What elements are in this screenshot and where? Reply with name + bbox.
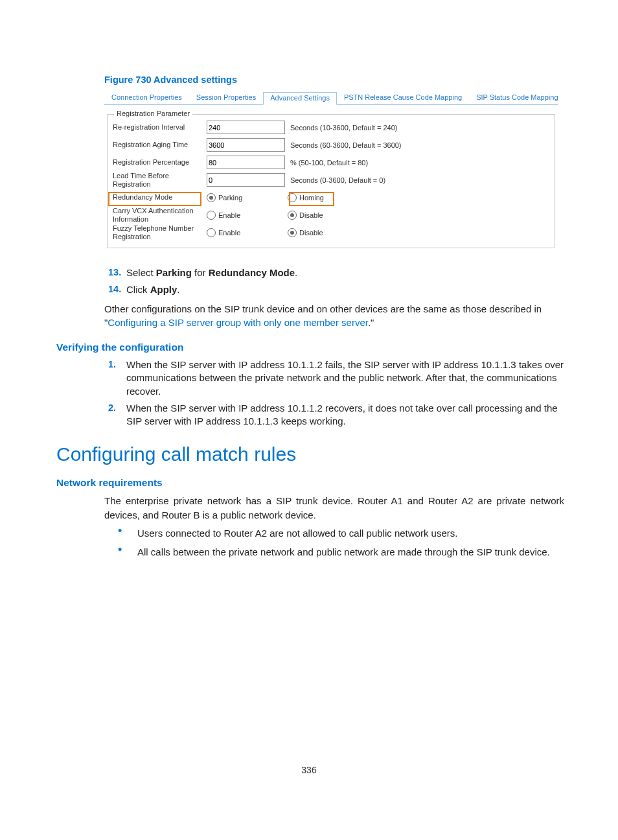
- bullet-text: Users connected to Router A2 are not all…: [137, 526, 457, 540]
- label-rereg-interval: Re-registration Interval: [113, 123, 207, 131]
- tab-connection-properties[interactable]: Connection Properties: [104, 91, 189, 104]
- step-number: 13.: [108, 266, 126, 279]
- tab-session-properties[interactable]: Session Properties: [189, 91, 263, 104]
- paragraph: Other configurations on the SIP trunk de…: [104, 302, 564, 331]
- text-bold: Redundancy Mode: [209, 267, 295, 278]
- radio-label-homing: Homing: [299, 194, 324, 202]
- step-text: Select Parking for Redundancy Mode.: [126, 266, 297, 279]
- text: Select: [126, 267, 156, 278]
- figure-caption: Figure 730 Advanced settings: [104, 75, 564, 85]
- paragraph: The enterprise private network has a SIP…: [104, 494, 564, 522]
- radio-dot-icon: [207, 193, 216, 202]
- text: .": [368, 317, 374, 328]
- registration-parameter-fieldset: Registration Parameter Re-registration I…: [107, 114, 555, 248]
- tab-pstn-mapping[interactable]: PSTN Release Cause Code Mapping: [337, 91, 469, 104]
- heading-config-call-match: Configuring call match rules: [56, 443, 564, 465]
- radio-circle-icon: [207, 228, 216, 237]
- input-lead-time[interactable]: [207, 173, 285, 187]
- label-carry-vcx: Carry VCX Authentication Information: [113, 207, 207, 222]
- tab-advanced-settings[interactable]: Advanced Settings: [263, 92, 337, 105]
- step-number: 1.: [108, 358, 126, 398]
- radio-homing[interactable]: Homing: [288, 193, 324, 202]
- advanced-settings-panel: Connection Properties Session Properties…: [104, 91, 558, 248]
- input-rereg-interval[interactable]: [207, 121, 285, 134]
- hint-reg-percentage: % (50-100, Default = 80): [290, 159, 368, 167]
- text-bold: Parking: [156, 267, 192, 278]
- step-text: When the SIP server with IP address 10.1…: [126, 358, 564, 398]
- radio-vcx-disable[interactable]: Disable: [288, 211, 323, 220]
- radio-label-enable: Enable: [218, 211, 240, 219]
- step-text: Click Apply.: [126, 283, 180, 296]
- hint-rereg-interval: Seconds (10-3600, Default = 240): [290, 124, 397, 132]
- radio-fuzzy-disable[interactable]: Disable: [288, 228, 323, 237]
- label-redundancy-mode: Redundancy Mode: [113, 193, 207, 201]
- label-fuzzy-reg: Fuzzy Telephone Number Registration: [113, 224, 207, 240]
- text: Click: [126, 284, 150, 295]
- text: for: [192, 267, 209, 278]
- input-reg-percentage[interactable]: [207, 156, 285, 169]
- radio-fuzzy-enable[interactable]: Enable: [207, 228, 240, 237]
- bullet-icon: •: [118, 526, 137, 540]
- radio-label-disable: Disable: [299, 211, 323, 219]
- label-aging-time: Registration Aging Time: [113, 141, 207, 148]
- tab-sip-status-mapping[interactable]: SIP Status Code Mapping: [469, 91, 565, 104]
- label-lead-time: Lead Time Before Registration: [113, 172, 207, 187]
- radio-dot-icon: [288, 211, 297, 220]
- text: .: [177, 284, 179, 295]
- input-aging-time[interactable]: [207, 138, 285, 152]
- step-text: When the SIP server with IP address 10.1…: [126, 402, 564, 428]
- tab-bar: Connection Properties Session Properties…: [104, 91, 558, 105]
- bullet-icon: •: [118, 545, 137, 559]
- step-number: 14.: [108, 283, 126, 296]
- radio-circle-icon: [288, 193, 297, 202]
- bullet-text: All calls between the private network an…: [137, 545, 550, 559]
- fieldset-legend: Registration Parameter: [114, 110, 192, 117]
- hint-aging-time: Seconds (60-3600, Default = 3600): [290, 141, 402, 149]
- radio-label-disable: Disable: [299, 229, 323, 237]
- radio-dot-icon: [288, 228, 297, 237]
- heading-network-requirements: Network requirements: [56, 477, 564, 489]
- radio-label-enable: Enable: [218, 229, 240, 237]
- hint-lead-time: Seconds (0-3600, Default = 0): [290, 176, 385, 184]
- radio-vcx-enable[interactable]: Enable: [207, 211, 240, 220]
- heading-verifying: Verifying the configuration: [56, 342, 564, 353]
- step-number: 2.: [108, 402, 126, 428]
- page-number: 336: [0, 765, 618, 775]
- text: .: [295, 267, 297, 278]
- radio-label-parking: Parking: [218, 194, 242, 202]
- link-config-sip-server-group[interactable]: Configuring a SIP server group with only…: [108, 317, 368, 328]
- radio-parking[interactable]: Parking: [207, 193, 242, 202]
- radio-circle-icon: [207, 211, 216, 220]
- label-reg-percentage: Registration Percentage: [113, 158, 207, 166]
- text-bold: Apply: [150, 284, 177, 295]
